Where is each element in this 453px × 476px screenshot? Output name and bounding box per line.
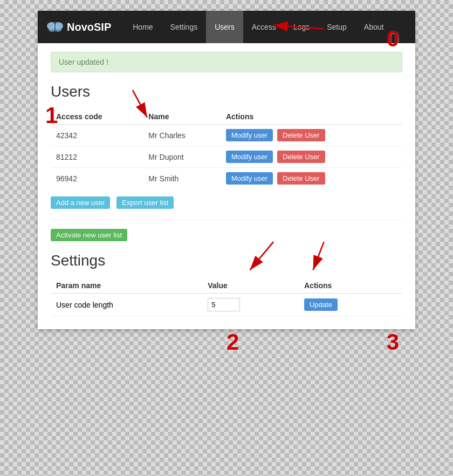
- annotation-2: 2: [226, 329, 239, 355]
- nav-settings[interactable]: Settings: [162, 11, 207, 43]
- navbar: NovoSIP Home Settings Users Access Logs …: [38, 11, 415, 43]
- users-title: Users: [51, 83, 402, 100]
- nav-links: Home Settings Users Access Logs Setup Ab…: [124, 11, 407, 43]
- table-actions-row: Add a new user Export user list: [51, 196, 402, 209]
- nav-about[interactable]: About: [355, 11, 393, 43]
- section-divider: [51, 220, 402, 220]
- col-access-code: Access code: [51, 109, 143, 125]
- col-actions: Actions: [221, 109, 402, 125]
- nav-setup[interactable]: Setup: [318, 11, 355, 43]
- modify-user-2[interactable]: Modify user: [226, 151, 273, 163]
- activate-user-list-button[interactable]: Activate new user list: [51, 229, 127, 241]
- delete-user-3[interactable]: Delete User: [277, 172, 325, 185]
- alert-success: User updated !: [51, 52, 402, 72]
- users-table: Access code Name Actions 42342 Mr Charle…: [51, 109, 402, 189]
- table-row: 81212 Mr Dupont Modify user Delete User: [51, 146, 402, 168]
- svg-rect-4: [54, 24, 56, 32]
- nav-home[interactable]: Home: [124, 11, 161, 43]
- param-action-cell: Update: [299, 294, 402, 316]
- export-user-list-button[interactable]: Export user list: [116, 196, 174, 209]
- update-button[interactable]: Update: [304, 298, 338, 311]
- settings-section: Settings Param name Value Actions User c…: [51, 252, 402, 316]
- annotation-3: 3: [387, 329, 399, 355]
- table-row: 42342 Mr Charles Modify user Delete User: [51, 125, 402, 146]
- main-content: User updated ! Users Access code Name Ac…: [38, 43, 415, 329]
- user-actions-3: Modify user Delete User: [221, 168, 402, 189]
- page-wrapper: NovoSIP Home Settings Users Access Logs …: [38, 11, 415, 329]
- svg-point-5: [54, 22, 56, 24]
- delete-user-2[interactable]: Delete User: [277, 151, 325, 163]
- alert-message: User updated !: [59, 58, 108, 66]
- svg-point-2: [49, 26, 55, 32]
- user-code-length-input[interactable]: [208, 298, 240, 311]
- param-col-value: Value: [202, 278, 299, 294]
- brand-name: NovoSIP: [67, 21, 111, 33]
- user-name-2: Mr Dupont: [143, 146, 221, 168]
- access-code-2: 81212: [51, 146, 143, 168]
- nav-logs[interactable]: Logs: [285, 11, 318, 43]
- param-name-cell: User code length: [51, 294, 202, 316]
- user-actions-1: Modify user Delete User: [221, 125, 402, 146]
- param-value-cell: [202, 294, 299, 316]
- modify-user-1[interactable]: Modify user: [226, 129, 273, 141]
- brand-icon: [46, 18, 64, 36]
- add-new-user-button[interactable]: Add a new user: [51, 196, 110, 209]
- access-code-3: 96942: [51, 168, 143, 189]
- param-col-actions: Actions: [299, 278, 402, 294]
- user-name-3: Mr Smith: [143, 168, 221, 189]
- settings-title: Settings: [51, 252, 402, 269]
- delete-user-1[interactable]: Delete User: [277, 129, 325, 141]
- settings-table: Param name Value Actions User code lengt…: [51, 278, 402, 316]
- settings-row: User code length Update: [51, 294, 402, 316]
- table-row: 96942 Mr Smith Modify user Delete User: [51, 168, 402, 189]
- nav-users[interactable]: Users: [206, 11, 243, 43]
- access-code-1: 42342: [51, 125, 143, 146]
- activate-section: Activate new user list: [51, 229, 402, 241]
- user-name-1: Mr Charles: [143, 125, 221, 146]
- modify-user-3[interactable]: Modify user: [226, 172, 273, 185]
- param-col-name: Param name: [51, 278, 202, 294]
- brand-link[interactable]: NovoSIP: [46, 18, 111, 36]
- col-name: Name: [143, 109, 221, 125]
- user-actions-2: Modify user Delete User: [221, 146, 402, 168]
- svg-point-3: [55, 26, 61, 32]
- nav-access[interactable]: Access: [243, 11, 285, 43]
